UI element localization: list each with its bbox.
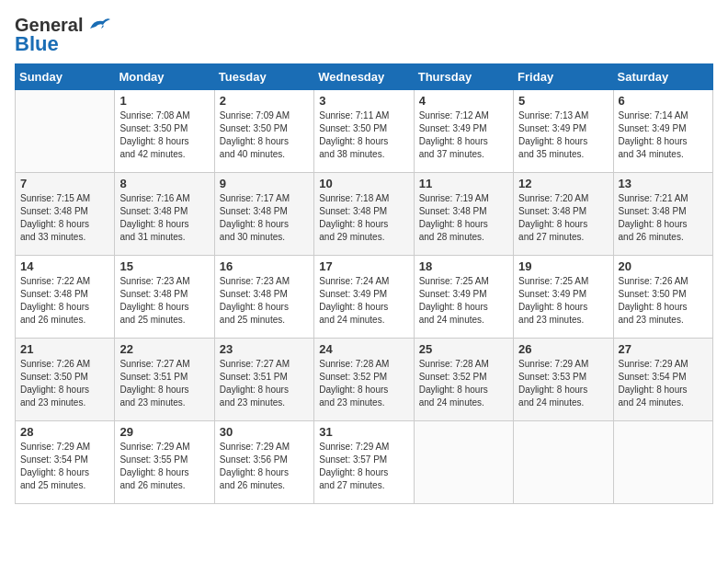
calendar-cell: 19Sunrise: 7:25 AMSunset: 3:49 PMDayligh… — [514, 256, 613, 339]
day-number: 19 — [518, 259, 608, 273]
calendar-week-2: 7Sunrise: 7:15 AMSunset: 3:48 PMDaylight… — [16, 173, 713, 256]
sunrise-text: Sunrise: 7:19 AM — [419, 192, 508, 205]
day-info: Sunrise: 7:13 AMSunset: 3:49 PMDaylight:… — [518, 109, 608, 161]
day-info: Sunrise: 7:29 AMSunset: 3:55 PMDaylight:… — [119, 441, 209, 492]
day-info: Sunrise: 7:29 AMSunset: 3:56 PMDaylight:… — [220, 441, 309, 492]
day-number: 17 — [319, 259, 408, 273]
daylight-text-1: Daylight: 8 hours — [518, 218, 608, 231]
day-number: 11 — [419, 177, 508, 190]
sunrise-text: Sunrise: 7:26 AM — [619, 275, 708, 288]
daylight-text-1: Daylight: 8 hours — [518, 301, 608, 314]
daylight-text-2: and 25 minutes. — [20, 479, 109, 492]
sunrise-text: Sunrise: 7:21 AM — [619, 192, 708, 205]
sunset-text: Sunset: 3:49 PM — [419, 288, 508, 301]
daylight-text-1: Daylight: 8 hours — [119, 466, 209, 479]
calendar-cell — [414, 421, 513, 504]
sunset-text: Sunset: 3:52 PM — [319, 371, 408, 384]
calendar-cell: 12Sunrise: 7:20 AMSunset: 3:48 PMDayligh… — [514, 173, 613, 256]
daylight-text-1: Daylight: 8 hours — [419, 384, 508, 396]
calendar-cell: 29Sunrise: 7:29 AMSunset: 3:55 PMDayligh… — [115, 421, 214, 504]
sunrise-text: Sunrise: 7:29 AM — [20, 441, 109, 454]
daylight-text-1: Daylight: 8 hours — [220, 466, 309, 479]
daylight-text-1: Daylight: 8 hours — [119, 384, 209, 396]
sunset-text: Sunset: 3:48 PM — [619, 205, 708, 218]
daylight-text-2: and 26 minutes. — [119, 479, 209, 492]
day-info: Sunrise: 7:29 AMSunset: 3:53 PMDaylight:… — [518, 358, 608, 409]
calendar-week-4: 21Sunrise: 7:26 AMSunset: 3:50 PMDayligh… — [16, 339, 713, 421]
logo-blue-text: Blue — [15, 32, 59, 56]
sunset-text: Sunset: 3:48 PM — [419, 205, 508, 218]
day-info: Sunrise: 7:18 AMSunset: 3:48 PMDaylight:… — [319, 192, 408, 244]
day-number: 26 — [518, 342, 608, 356]
daylight-text-1: Daylight: 8 hours — [20, 218, 109, 231]
calendar-cell: 30Sunrise: 7:29 AMSunset: 3:56 PMDayligh… — [214, 421, 313, 504]
calendar-cell: 5Sunrise: 7:13 AMSunset: 3:49 PMDaylight… — [514, 90, 613, 173]
calendar-week-1: 1Sunrise: 7:08 AMSunset: 3:50 PMDaylight… — [16, 90, 713, 173]
day-number: 12 — [518, 177, 608, 190]
daylight-text-2: and 23 minutes. — [518, 314, 608, 327]
sunset-text: Sunset: 3:48 PM — [20, 288, 109, 301]
sunrise-text: Sunrise: 7:29 AM — [220, 441, 309, 454]
daylight-text-2: and 24 minutes. — [419, 396, 508, 409]
sunrise-text: Sunrise: 7:28 AM — [319, 358, 408, 371]
sunrise-text: Sunrise: 7:22 AM — [20, 275, 109, 288]
day-number: 21 — [20, 342, 109, 356]
daylight-text-2: and 26 minutes. — [220, 479, 309, 492]
calendar-cell: 3Sunrise: 7:11 AMSunset: 3:50 PMDaylight… — [314, 90, 414, 173]
sunset-text: Sunset: 3:49 PM — [319, 288, 408, 301]
day-number: 22 — [119, 342, 209, 356]
daylight-text-2: and 28 minutes. — [419, 231, 508, 244]
daylight-text-1: Daylight: 8 hours — [220, 218, 309, 231]
calendar-cell: 4Sunrise: 7:12 AMSunset: 3:49 PMDaylight… — [414, 90, 513, 173]
sunset-text: Sunset: 3:54 PM — [619, 371, 708, 384]
sunrise-text: Sunrise: 7:29 AM — [319, 441, 408, 454]
daylight-text-2: and 23 minutes. — [619, 314, 708, 327]
daylight-text-2: and 31 minutes. — [119, 231, 209, 244]
day-number: 30 — [220, 425, 309, 439]
logo: General Blue — [15, 15, 112, 56]
weekday-header-wednesday: Wednesday — [314, 64, 414, 90]
day-info: Sunrise: 7:22 AMSunset: 3:48 PMDaylight:… — [20, 275, 109, 327]
page-header: General Blue — [15, 15, 713, 56]
calendar-cell: 28Sunrise: 7:29 AMSunset: 3:54 PMDayligh… — [16, 421, 115, 504]
day-info: Sunrise: 7:23 AMSunset: 3:48 PMDaylight:… — [220, 275, 309, 327]
calendar-cell — [613, 421, 712, 504]
daylight-text-2: and 38 minutes. — [319, 148, 408, 161]
weekday-header-sunday: Sunday — [16, 64, 115, 90]
daylight-text-1: Daylight: 8 hours — [619, 135, 708, 148]
daylight-text-1: Daylight: 8 hours — [619, 301, 708, 314]
daylight-text-2: and 42 minutes. — [119, 148, 209, 161]
day-number: 18 — [419, 259, 508, 273]
daylight-text-1: Daylight: 8 hours — [319, 135, 408, 148]
day-info: Sunrise: 7:16 AMSunset: 3:48 PMDaylight:… — [119, 192, 209, 244]
daylight-text-2: and 24 minutes. — [419, 314, 508, 327]
daylight-text-2: and 40 minutes. — [220, 148, 309, 161]
daylight-text-2: and 23 minutes. — [119, 396, 209, 409]
sunrise-text: Sunrise: 7:09 AM — [220, 109, 309, 122]
day-number: 31 — [319, 425, 408, 439]
calendar-cell — [16, 90, 115, 173]
sunset-text: Sunset: 3:50 PM — [319, 122, 408, 135]
day-info: Sunrise: 7:29 AMSunset: 3:57 PMDaylight:… — [319, 441, 408, 492]
daylight-text-1: Daylight: 8 hours — [119, 301, 209, 314]
daylight-text-1: Daylight: 8 hours — [119, 218, 209, 231]
sunset-text: Sunset: 3:56 PM — [220, 454, 309, 466]
calendar-week-5: 28Sunrise: 7:29 AMSunset: 3:54 PMDayligh… — [16, 421, 713, 504]
sunrise-text: Sunrise: 7:11 AM — [319, 109, 408, 122]
daylight-text-2: and 23 minutes. — [20, 396, 109, 409]
daylight-text-1: Daylight: 8 hours — [220, 384, 309, 396]
calendar-cell: 24Sunrise: 7:28 AMSunset: 3:52 PMDayligh… — [314, 339, 414, 421]
sunrise-text: Sunrise: 7:29 AM — [119, 441, 209, 454]
daylight-text-2: and 24 minutes. — [319, 314, 408, 327]
calendar-cell: 18Sunrise: 7:25 AMSunset: 3:49 PMDayligh… — [414, 256, 513, 339]
sunrise-text: Sunrise: 7:24 AM — [319, 275, 408, 288]
calendar-cell: 6Sunrise: 7:14 AMSunset: 3:49 PMDaylight… — [613, 90, 712, 173]
sunrise-text: Sunrise: 7:25 AM — [419, 275, 508, 288]
sunrise-text: Sunrise: 7:25 AM — [518, 275, 608, 288]
daylight-text-2: and 26 minutes. — [20, 314, 109, 327]
day-info: Sunrise: 7:28 AMSunset: 3:52 PMDaylight:… — [419, 358, 508, 409]
daylight-text-1: Daylight: 8 hours — [319, 218, 408, 231]
day-info: Sunrise: 7:29 AMSunset: 3:54 PMDaylight:… — [20, 441, 109, 492]
sunrise-text: Sunrise: 7:27 AM — [220, 358, 309, 371]
sunset-text: Sunset: 3:52 PM — [419, 371, 508, 384]
